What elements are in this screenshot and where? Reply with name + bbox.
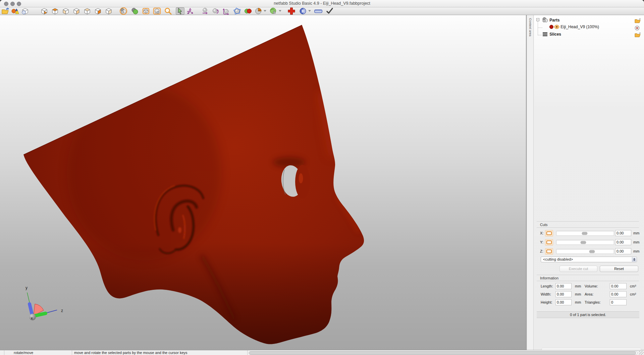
cut-x-value[interactable] <box>615 230 631 236</box>
view-right-icon <box>94 7 102 15</box>
gizmo-z-label: z <box>61 308 63 313</box>
area-unit: cm² <box>630 292 636 296</box>
part-info-button[interactable]: i <box>20 7 29 15</box>
cut-z-checkbox[interactable] <box>545 248 553 255</box>
triangles-value[interactable] <box>610 299 627 305</box>
view-top-button[interactable] <box>51 7 59 15</box>
context-area-tab[interactable]: Context area <box>527 15 534 350</box>
select-tool-button[interactable] <box>176 7 184 15</box>
cutting-mode-value: <cutting disabled> <box>543 257 573 261</box>
cut-y-slider[interactable] <box>556 240 614 245</box>
view-front-button[interactable] <box>72 7 81 15</box>
area-value[interactable] <box>610 291 627 297</box>
open-project-button[interactable] <box>1 7 10 15</box>
mesh-analyse-dropdown-icon[interactable] <box>279 10 281 12</box>
open-project-icon <box>2 8 9 14</box>
transform-arrows-icon <box>186 7 194 15</box>
parts-spheres-icon <box>542 17 548 23</box>
mesh-analyse-button[interactable] <box>269 7 277 15</box>
cut-x-slider[interactable] <box>556 231 614 236</box>
view-front-icon <box>72 7 80 15</box>
section-divider <box>537 275 639 275</box>
shaded-view-icon <box>131 7 139 15</box>
cut-x-checkbox[interactable] <box>545 230 553 236</box>
repair-part-button[interactable] <box>287 7 296 15</box>
cut-x-slider-handle[interactable] <box>582 232 587 235</box>
scale-part-button[interactable] <box>222 7 230 15</box>
context-area-label: Context area <box>529 15 532 36</box>
platform-view-button[interactable] <box>153 7 161 15</box>
move-part-button[interactable] <box>201 7 209 15</box>
context-panel: − Parts Eiji_Head_V9 (100%) Slices Cuts … <box>534 15 644 350</box>
shaded-view-button[interactable] <box>130 7 139 15</box>
wireframe-view-button[interactable] <box>142 7 150 15</box>
view-back-button[interactable] <box>83 7 92 15</box>
remove-icon <box>635 26 640 31</box>
cut-y-label: Y: <box>540 240 543 244</box>
tree-row-slices[interactable]: Slices <box>542 32 561 37</box>
cut-y-value[interactable] <box>615 239 631 245</box>
volume-unit: cm³ <box>630 284 636 288</box>
cut-y-checkbox[interactable] <box>545 239 553 246</box>
part-display-dropdown-icon[interactable] <box>308 10 311 12</box>
tree-row-parts[interactable]: Parts <box>542 17 559 23</box>
apply-button[interactable] <box>325 7 334 15</box>
tree-expander-icon[interactable]: − <box>536 18 539 21</box>
cut-y-slider-handle[interactable] <box>581 241 586 244</box>
slice-view-icon <box>255 7 263 15</box>
execute-cut-button[interactable]: Execute cut <box>559 266 597 272</box>
part-name: Eiji_Head_V9 (100%) <box>560 25 599 29</box>
tree-row-part[interactable]: Eiji_Head_V9 (100%) <box>549 25 599 29</box>
parts-open-folder-button[interactable] <box>635 18 641 24</box>
cut-z-slider[interactable] <box>556 249 614 254</box>
canvas-horizontal-scrollbar[interactable] <box>249 351 638 355</box>
slices-label: Slices <box>549 32 561 37</box>
collision-check-button[interactable] <box>244 7 252 15</box>
view-iso-button[interactable] <box>40 7 49 15</box>
rotate-part-button[interactable] <box>211 7 220 15</box>
status-hint: move and rotate the selected parts by th… <box>72 350 248 355</box>
slices-open-folder-button[interactable] <box>635 32 641 38</box>
view-right-button[interactable] <box>94 7 102 15</box>
cut-z-slider-handle[interactable] <box>589 250 595 253</box>
select-stepper-icon[interactable] <box>632 257 636 262</box>
zoom-icon <box>164 7 172 15</box>
view-bottom-button[interactable] <box>61 7 70 15</box>
height-unit: mm <box>575 300 581 304</box>
zoom-button[interactable] <box>164 7 172 15</box>
part-display-button[interactable] <box>299 7 307 15</box>
panel-splitter[interactable] <box>526 15 527 350</box>
height-value[interactable] <box>555 299 572 305</box>
resize-grip[interactable] <box>639 351 644 355</box>
cutting-mode-select[interactable]: <cutting disabled> <box>541 257 637 262</box>
open-folder-icon <box>635 32 641 37</box>
add-parts-button[interactable] <box>11 7 19 15</box>
section-divider <box>537 281 639 281</box>
volume-value[interactable] <box>610 283 627 289</box>
section-divider <box>537 227 639 228</box>
mesh-analyse-icon <box>269 7 277 15</box>
width-value[interactable] <box>555 291 572 297</box>
axes-gizmo: y z x <box>25 285 63 320</box>
status-bar: rotate/move move and rotate the selected… <box>0 350 644 355</box>
cut-x-label: X: <box>540 231 543 235</box>
cut-z-value[interactable] <box>615 248 631 254</box>
open-folder-icon <box>635 18 641 23</box>
scrollbar-thumb[interactable] <box>249 352 636 354</box>
viewport-3d[interactable]: y z x <box>0 15 526 350</box>
view-left-button[interactable] <box>104 7 113 15</box>
slice-view-button[interactable] <box>254 7 263 15</box>
part-info-icon: i <box>21 8 29 15</box>
reset-button[interactable]: Reset <box>600 266 638 272</box>
part-remove-button[interactable] <box>635 26 641 31</box>
default-view-button[interactable] <box>119 7 128 15</box>
add-parts-icon <box>11 8 19 14</box>
cut-z-label: Z: <box>540 249 543 253</box>
select-surfaces-button[interactable] <box>233 7 241 15</box>
length-value[interactable] <box>555 283 572 289</box>
length-unit: mm <box>575 284 581 288</box>
transform-tool-button[interactable] <box>186 7 195 15</box>
measure-button[interactable] <box>314 7 323 15</box>
triangles-label: Triangles: <box>585 300 601 304</box>
slice-view-dropdown-icon[interactable] <box>264 10 266 12</box>
